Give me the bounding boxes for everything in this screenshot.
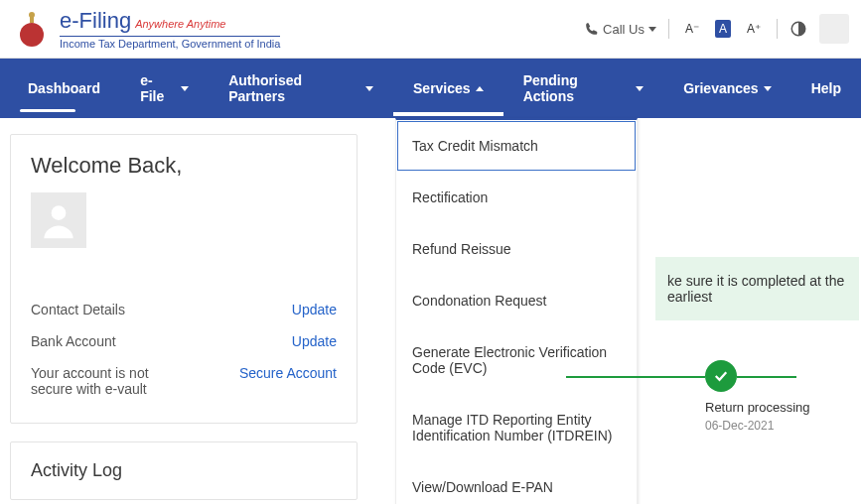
bank-update-link[interactable]: Update [292, 333, 337, 349]
header-left: e-Filing Anywhere Anytime Income Tax Dep… [12, 8, 280, 50]
header: e-Filing Anywhere Anytime Income Tax Dep… [0, 0, 861, 59]
completion-banner: ke sure it is completed at the earliest [655, 257, 859, 320]
brand-title: e-Filing [60, 8, 131, 34]
contact-update-link[interactable]: Update [292, 302, 337, 317]
nav-partners-label: Authorised Partners [228, 72, 360, 104]
dropdown-rectification[interactable]: Rectification [396, 172, 637, 223]
chevron-down-icon [764, 86, 772, 91]
chevron-down-icon [648, 27, 656, 32]
activity-card: Activity Log [10, 441, 358, 500]
welcome-card: Welcome Back, Contact Details Update Ban… [10, 134, 358, 424]
call-us-menu[interactable]: Call Us [585, 22, 656, 37]
phone-icon [585, 22, 599, 36]
divider [777, 19, 778, 39]
emblem-logo [12, 9, 52, 49]
chevron-down-icon [365, 86, 373, 91]
contact-row: Contact Details Update [31, 294, 337, 325]
user-menu[interactable] [819, 14, 849, 44]
chevron-up-icon [476, 86, 484, 91]
nav-grievances-label: Grievances [683, 80, 759, 96]
font-decrease-button[interactable]: A⁻ [681, 20, 703, 38]
dropdown-manage-itdrein[interactable]: Manage ITD Reporting Entity Identificati… [396, 394, 637, 461]
chevron-down-icon [181, 86, 189, 91]
dropdown-generate-evc[interactable]: Generate Electronic Verification Code (E… [396, 326, 637, 394]
svg-point-2 [29, 12, 35, 18]
contrast-icon[interactable] [789, 20, 807, 38]
nav-partners[interactable]: Authorised Partners [209, 59, 393, 118]
avatar [31, 192, 86, 248]
divider [668, 19, 669, 39]
secure-row: Your account is not secure with e-vault … [31, 357, 337, 405]
svg-point-0 [20, 23, 44, 47]
contact-label: Contact Details [31, 302, 125, 317]
nav-help-label: Help [811, 80, 841, 96]
header-right: Call Us A⁻ A A⁺ [585, 14, 849, 44]
svg-point-4 [52, 205, 67, 220]
nav-pending[interactable]: Pending Actions [503, 59, 664, 118]
bank-label: Bank Account [31, 333, 116, 349]
brand-subtitle: Income Tax Department, Government of Ind… [60, 36, 280, 50]
nav-help[interactable]: Help [791, 59, 861, 118]
secure-account-link[interactable]: Secure Account [239, 365, 337, 381]
dropdown-tax-credit-mismatch[interactable]: Tax Credit Mismatch [396, 120, 637, 172]
font-increase-button[interactable]: A⁺ [743, 20, 765, 38]
dropdown-view-epan[interactable]: View/Download E-PAN [396, 461, 637, 504]
secure-label: Your account is not secure with e-vault [31, 365, 190, 397]
services-dropdown: Tax Credit Mismatch Rectification Refund… [395, 118, 638, 504]
bank-row: Bank Account Update [31, 325, 337, 357]
nav-pending-label: Pending Actions [523, 72, 632, 104]
content: Welcome Back, Contact Details Update Ban… [0, 118, 861, 504]
status-step: Return processing 06-Dec-2021 [705, 360, 859, 433]
nav-dashboard[interactable]: Dashboard [8, 59, 120, 118]
check-icon [705, 360, 737, 392]
dropdown-condonation-request[interactable]: Condonation Request [396, 275, 637, 326]
dropdown-refund-reissue[interactable]: Refund Reissue [396, 223, 637, 275]
brand-tagline: Anywhere Anytime [135, 18, 225, 30]
nav-efile-label: e-File [140, 72, 176, 104]
nav-efile[interactable]: e-File [120, 59, 209, 118]
font-normal-button[interactable]: A [715, 20, 731, 38]
nav-dashboard-label: Dashboard [28, 80, 100, 96]
right-panel: ke sure it is completed at the earliest … [655, 257, 859, 433]
status-label: Return processing [705, 400, 810, 415]
call-us-label: Call Us [603, 22, 645, 37]
nav-services-label: Services [413, 80, 471, 96]
status-date: 06-Dec-2021 [705, 419, 774, 433]
activity-title: Activity Log [31, 460, 337, 481]
nav-services[interactable]: Services [393, 59, 503, 118]
brand: e-Filing Anywhere Anytime Income Tax Dep… [60, 8, 280, 50]
main-nav: Dashboard e-File Authorised Partners Ser… [0, 59, 861, 118]
chevron-down-icon [636, 86, 644, 91]
welcome-title: Welcome Back, [31, 153, 337, 179]
nav-grievances[interactable]: Grievances [663, 59, 791, 118]
